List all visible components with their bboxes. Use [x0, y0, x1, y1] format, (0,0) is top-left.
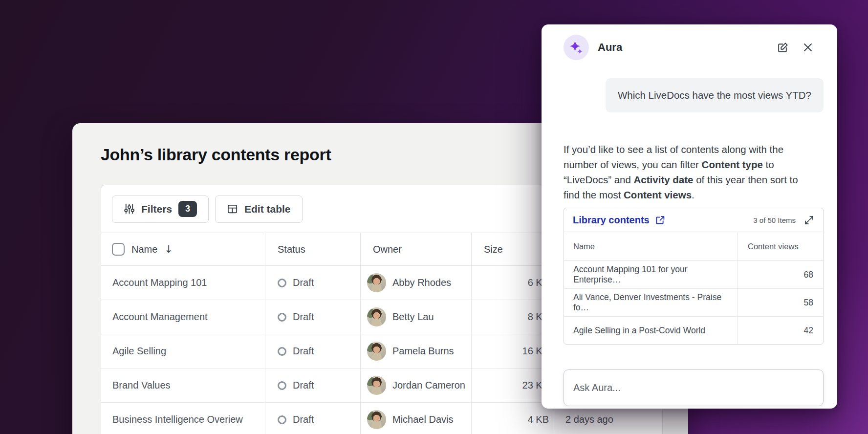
- new-chat-compose-icon[interactable]: [777, 42, 789, 54]
- card-rows: Account Mapping 101 for your Enterprise……: [564, 261, 823, 344]
- sort-descending-icon[interactable]: ↓: [164, 243, 173, 255]
- owner-avatar: [367, 376, 386, 395]
- card-cell-name: Agile Selling in a Post-Covid World: [564, 317, 737, 344]
- cell-status: Draft: [265, 300, 360, 334]
- card-row[interactable]: Account Mapping 101 for your Enterprise……: [564, 261, 823, 288]
- column-header-owner[interactable]: Owner: [360, 233, 471, 265]
- desktop-background: John’s library contents report Filters 3: [0, 0, 868, 434]
- card-row[interactable]: Agile Selling in a Post-Covid World 42: [564, 316, 823, 344]
- cell-name: Account Mapping 101: [101, 266, 265, 300]
- status-draft-icon: [278, 381, 286, 390]
- column-header-status[interactable]: Status: [265, 233, 360, 265]
- close-icon[interactable]: [802, 42, 814, 53]
- card-cell-views: 68: [737, 261, 823, 288]
- status-draft-icon: [278, 279, 286, 287]
- status-draft-icon: [278, 313, 286, 322]
- card-column-views: Content views: [737, 232, 823, 260]
- aura-sparkle-icon: [564, 35, 589, 60]
- aura-header: Aura: [564, 35, 824, 60]
- cell-size: 6 KB: [471, 266, 552, 300]
- cell-owner: Betty Lau: [360, 300, 471, 334]
- cell-size: 16 KB: [471, 334, 552, 368]
- filters-label: Filters: [141, 203, 172, 215]
- card-cell-views: 58: [737, 289, 823, 316]
- cell-owner: Abby Rhodes: [360, 266, 471, 300]
- card-cell-name: Ali Vance, Denver Investments - Praise f…: [564, 289, 737, 316]
- ask-aura-input[interactable]: [564, 369, 824, 406]
- aura-answer-text: If you’d like to see a list of contents …: [564, 142, 824, 202]
- owner-avatar: [367, 342, 386, 361]
- edit-table-button[interactable]: Edit table: [215, 195, 303, 223]
- card-cell-name: Account Mapping 101 for your Enterprise…: [564, 261, 737, 288]
- table-grid-icon: [227, 203, 238, 215]
- library-contents-link[interactable]: Library contents: [573, 215, 665, 226]
- cell-name: Account Management: [101, 300, 265, 334]
- cell-status: Draft: [265, 266, 360, 300]
- aura-chat-panel: Aura Which LiveDocs have the most views …: [542, 24, 837, 409]
- cell-size: 8 KB: [471, 300, 552, 334]
- cell-owner: Michael Davis: [360, 403, 471, 434]
- aura-title: Aura: [598, 41, 622, 54]
- cell-owner: Jordan Cameron: [360, 369, 471, 402]
- card-cell-views: 42: [737, 317, 823, 344]
- user-question-bubble: Which LiveDocs have the most views YTD?: [606, 78, 824, 112]
- cell-status: Draft: [265, 403, 360, 434]
- owner-avatar: [367, 273, 386, 292]
- cell-status: Draft: [265, 369, 360, 402]
- page-title: John’s library contents report: [101, 145, 331, 164]
- cell-name: Business Intelligence Overiew: [101, 403, 265, 434]
- library-contents-card: Library contents 3 of 50 Items: [564, 208, 824, 345]
- cell-owner: Pamela Burns: [360, 334, 471, 368]
- column-header-size[interactable]: Size: [471, 233, 552, 265]
- filters-button[interactable]: Filters 3: [112, 195, 209, 223]
- cell-size: 4 KB: [471, 403, 552, 434]
- external-link-icon: [655, 215, 665, 225]
- column-header-name[interactable]: Name: [131, 244, 157, 255]
- cell-name: Agile Selling: [101, 334, 265, 368]
- edit-table-label: Edit table: [244, 203, 291, 215]
- owner-avatar: [367, 410, 386, 429]
- expand-icon[interactable]: [804, 215, 814, 225]
- status-draft-icon: [278, 347, 286, 356]
- owner-avatar: [367, 307, 386, 326]
- filters-icon: [124, 203, 135, 215]
- status-draft-icon: [278, 415, 286, 424]
- cell-status: Draft: [265, 334, 360, 368]
- card-column-headers: Name Content views: [564, 232, 823, 261]
- select-all-checkbox[interactable]: [112, 243, 125, 256]
- cell-name: Brand Values: [101, 369, 265, 402]
- card-row[interactable]: Ali Vance, Denver Investments - Praise f…: [564, 288, 823, 316]
- items-count: 3 of 50 Items: [753, 216, 796, 224]
- cell-size: 23 KB: [471, 369, 552, 402]
- filters-count-badge: 3: [178, 201, 197, 217]
- card-column-name: Name: [564, 232, 737, 260]
